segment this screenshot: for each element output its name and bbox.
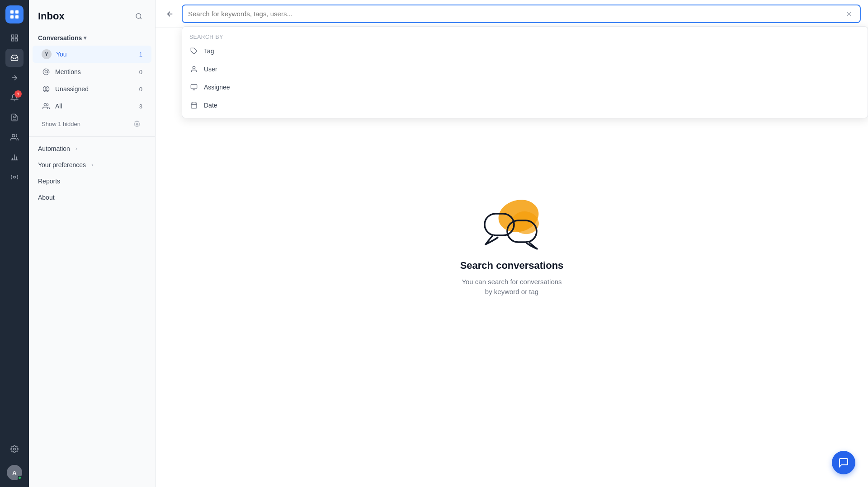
contacts-nav-icon[interactable] — [5, 128, 24, 146]
svg-point-23 — [44, 103, 46, 106]
sidebar: Inbox Conversations ▾ Y You 1 Mentions 0 — [29, 0, 156, 487]
preferences-label: Your preferences — [38, 161, 86, 169]
svg-rect-3 — [15, 15, 19, 19]
svg-line-19 — [140, 18, 142, 19]
date-icon — [189, 101, 198, 110]
user-avatar[interactable]: A — [7, 465, 22, 480]
conversations-section-header[interactable]: Conversations ▾ — [29, 31, 155, 45]
svg-rect-5 — [15, 35, 18, 37]
notification-badge: 1 — [14, 90, 22, 98]
sidebar-item-mentions-label: Mentions — [55, 68, 135, 75]
svg-rect-30 — [191, 84, 197, 89]
notification-nav-icon[interactable]: 1 — [5, 89, 24, 107]
svg-point-17 — [14, 448, 16, 450]
avatar-nav-item[interactable]: A — [5, 464, 24, 482]
sidebar-item-automation[interactable]: Automation › — [29, 140, 155, 157]
svg-point-20 — [45, 70, 47, 73]
tag-icon — [189, 47, 198, 56]
online-status-dot — [18, 476, 22, 480]
clipboard-nav-icon[interactable] — [5, 108, 24, 126]
mentions-icon — [42, 67, 51, 76]
about-label: About — [38, 194, 55, 201]
sidebar-divider-1 — [29, 136, 155, 137]
svg-rect-7 — [15, 39, 18, 41]
search-bar-container — [156, 0, 868, 28]
user-icon — [189, 65, 198, 74]
svg-point-24 — [136, 123, 138, 125]
svg-rect-0 — [10, 10, 14, 14]
unassigned-icon — [42, 84, 51, 94]
sidebar-item-mentions[interactable]: Mentions 0 — [33, 64, 151, 80]
app-logo[interactable] — [5, 5, 24, 23]
integrations-nav-icon[interactable] — [5, 168, 24, 186]
dropdown-item-user[interactable]: User — [182, 60, 868, 78]
you-avatar-icon: Y — [42, 49, 52, 59]
main-content: Search by Tag User — [156, 0, 868, 487]
settings-nav-icon[interactable] — [5, 440, 24, 458]
empty-state-title: Search conversations — [460, 260, 564, 272]
sidebar-item-all-label: All — [55, 103, 135, 110]
sidebar-item-reports[interactable]: Reports — [29, 173, 155, 189]
search-input[interactable] — [188, 5, 844, 22]
dropdown-item-tag[interactable]: Tag — [182, 42, 868, 60]
svg-point-29 — [193, 66, 195, 69]
sidebar-item-all[interactable]: All 3 — [33, 98, 151, 114]
icon-bar: 1 — [0, 0, 29, 487]
svg-rect-31 — [191, 103, 197, 108]
inbox-nav-icon[interactable] — [5, 49, 24, 67]
sidebar-item-about[interactable]: About — [29, 189, 155, 206]
hidden-settings-button[interactable] — [132, 118, 142, 129]
assignee-icon — [189, 83, 198, 92]
chat-fab-button[interactable] — [832, 451, 855, 474]
svg-rect-1 — [15, 10, 19, 14]
automation-label: Automation — [38, 145, 70, 152]
dropdown-item-assignee[interactable]: Assignee — [182, 78, 868, 96]
show-hidden-label[interactable]: Show 1 hidden — [42, 121, 80, 127]
search-by-label: Search by — [182, 30, 868, 42]
page-title: Inbox — [38, 10, 65, 22]
sidebar-item-all-count: 3 — [139, 103, 142, 110]
sidebar-search-button[interactable] — [132, 9, 146, 23]
sidebar-item-unassigned-count: 0 — [139, 86, 142, 93]
sidebar-item-mentions-count: 0 — [139, 69, 142, 75]
reports-nav-icon[interactable] — [5, 148, 24, 166]
sidebar-item-you[interactable]: Y You 1 — [33, 46, 151, 63]
back-button[interactable] — [163, 7, 177, 21]
dashboard-nav-icon[interactable] — [5, 29, 24, 47]
empty-state-illustration — [476, 191, 548, 254]
sidebar-item-you-count: 1 — [139, 51, 142, 58]
sidebar-item-preferences[interactable]: Your preferences › — [29, 157, 155, 173]
svg-point-18 — [136, 14, 141, 19]
search-input-wrapper — [182, 5, 861, 23]
svg-rect-4 — [11, 35, 14, 37]
reports-label: Reports — [38, 178, 60, 185]
svg-point-11 — [12, 134, 15, 137]
preferences-chevron-icon: › — [91, 162, 93, 168]
empty-state-subtitle: You can search for conversations by keyw… — [462, 277, 561, 297]
automation-chevron-icon: › — [75, 145, 77, 152]
svg-point-22 — [45, 88, 47, 89]
svg-rect-6 — [11, 39, 14, 41]
show-hidden-row: Show 1 hidden — [33, 116, 151, 132]
search-clear-button[interactable] — [844, 9, 854, 19]
compose-nav-icon[interactable] — [5, 69, 24, 87]
all-icon — [42, 102, 51, 111]
sidebar-header: Inbox — [29, 0, 155, 31]
svg-point-16 — [14, 176, 16, 178]
svg-rect-2 — [10, 15, 14, 19]
dropdown-item-date[interactable]: Date — [182, 96, 868, 114]
sidebar-item-unassigned[interactable]: Unassigned 0 — [33, 81, 151, 97]
search-dropdown: Search by Tag User — [182, 26, 868, 118]
sidebar-item-unassigned-label: Unassigned — [55, 85, 135, 93]
conversations-label: Conversations ▾ — [38, 34, 86, 42]
conversations-chevron: ▾ — [84, 35, 86, 41]
sidebar-item-you-label: You — [56, 51, 135, 58]
